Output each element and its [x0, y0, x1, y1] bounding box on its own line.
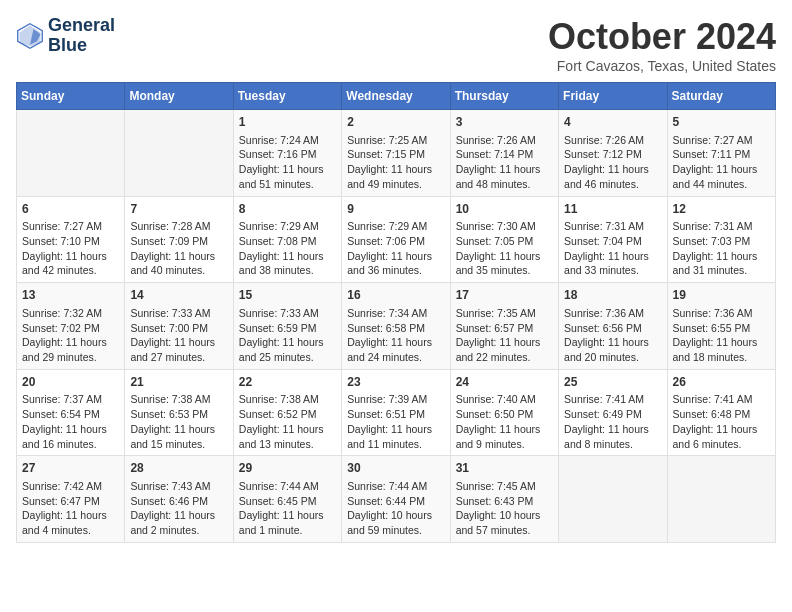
day-number: 20 [22, 374, 119, 391]
header-cell-saturday: Saturday [667, 83, 775, 110]
day-info: Sunrise: 7:29 AM [347, 219, 444, 234]
day-info: Sunset: 6:55 PM [673, 321, 770, 336]
month-title: October 2024 [548, 16, 776, 58]
logo-icon [16, 22, 44, 50]
day-number: 26 [673, 374, 770, 391]
day-cell: 30Sunrise: 7:44 AMSunset: 6:44 PMDayligh… [342, 456, 450, 543]
day-info: Sunset: 7:03 PM [673, 234, 770, 249]
day-info: Daylight: 11 hours and 46 minutes. [564, 162, 661, 191]
day-info: Sunset: 6:51 PM [347, 407, 444, 422]
day-info: Sunrise: 7:45 AM [456, 479, 553, 494]
day-info: Sunset: 6:50 PM [456, 407, 553, 422]
logo: General Blue [16, 16, 115, 56]
day-info: Sunrise: 7:32 AM [22, 306, 119, 321]
day-number: 8 [239, 201, 336, 218]
day-info: Daylight: 11 hours and 42 minutes. [22, 249, 119, 278]
day-number: 15 [239, 287, 336, 304]
day-info: Sunrise: 7:35 AM [456, 306, 553, 321]
day-info: Daylight: 11 hours and 29 minutes. [22, 335, 119, 364]
day-number: 13 [22, 287, 119, 304]
day-info: Sunrise: 7:37 AM [22, 392, 119, 407]
day-cell: 12Sunrise: 7:31 AMSunset: 7:03 PMDayligh… [667, 196, 775, 283]
day-info: Daylight: 11 hours and 15 minutes. [130, 422, 227, 451]
day-info: Sunset: 6:58 PM [347, 321, 444, 336]
day-number: 4 [564, 114, 661, 131]
page-header: General Blue October 2024 Fort Cavazos, … [16, 16, 776, 74]
day-info: Daylight: 11 hours and 36 minutes. [347, 249, 444, 278]
day-cell: 21Sunrise: 7:38 AMSunset: 6:53 PMDayligh… [125, 369, 233, 456]
day-info: Sunrise: 7:40 AM [456, 392, 553, 407]
day-info: Sunrise: 7:34 AM [347, 306, 444, 321]
day-info: Sunset: 7:06 PM [347, 234, 444, 249]
day-info: Sunset: 6:43 PM [456, 494, 553, 509]
week-row-4: 20Sunrise: 7:37 AMSunset: 6:54 PMDayligh… [17, 369, 776, 456]
day-info: Sunrise: 7:31 AM [564, 219, 661, 234]
day-info: Daylight: 11 hours and 22 minutes. [456, 335, 553, 364]
day-info: Sunset: 7:10 PM [22, 234, 119, 249]
day-info: Daylight: 11 hours and 2 minutes. [130, 508, 227, 537]
day-info: Sunrise: 7:25 AM [347, 133, 444, 148]
day-cell: 19Sunrise: 7:36 AMSunset: 6:55 PMDayligh… [667, 283, 775, 370]
header-cell-tuesday: Tuesday [233, 83, 341, 110]
day-info: Daylight: 11 hours and 35 minutes. [456, 249, 553, 278]
week-row-3: 13Sunrise: 7:32 AMSunset: 7:02 PMDayligh… [17, 283, 776, 370]
day-number: 19 [673, 287, 770, 304]
day-cell: 22Sunrise: 7:38 AMSunset: 6:52 PMDayligh… [233, 369, 341, 456]
week-row-2: 6Sunrise: 7:27 AMSunset: 7:10 PMDaylight… [17, 196, 776, 283]
day-info: Sunset: 6:44 PM [347, 494, 444, 509]
day-cell [667, 456, 775, 543]
day-cell: 23Sunrise: 7:39 AMSunset: 6:51 PMDayligh… [342, 369, 450, 456]
day-info: Daylight: 11 hours and 18 minutes. [673, 335, 770, 364]
header-cell-sunday: Sunday [17, 83, 125, 110]
day-info: Sunrise: 7:38 AM [239, 392, 336, 407]
day-info: Daylight: 11 hours and 9 minutes. [456, 422, 553, 451]
day-info: Daylight: 11 hours and 4 minutes. [22, 508, 119, 537]
day-number: 23 [347, 374, 444, 391]
day-info: Sunset: 6:53 PM [130, 407, 227, 422]
title-section: October 2024 Fort Cavazos, Texas, United… [548, 16, 776, 74]
day-info: Sunrise: 7:27 AM [22, 219, 119, 234]
day-number: 9 [347, 201, 444, 218]
day-info: Daylight: 11 hours and 44 minutes. [673, 162, 770, 191]
day-cell: 4Sunrise: 7:26 AMSunset: 7:12 PMDaylight… [559, 110, 667, 197]
day-cell: 14Sunrise: 7:33 AMSunset: 7:00 PMDayligh… [125, 283, 233, 370]
day-info: Sunset: 6:52 PM [239, 407, 336, 422]
day-info: Sunrise: 7:42 AM [22, 479, 119, 494]
day-info: Sunrise: 7:30 AM [456, 219, 553, 234]
day-number: 1 [239, 114, 336, 131]
day-cell: 25Sunrise: 7:41 AMSunset: 6:49 PMDayligh… [559, 369, 667, 456]
header-cell-wednesday: Wednesday [342, 83, 450, 110]
day-info: Sunset: 7:11 PM [673, 147, 770, 162]
day-info: Daylight: 11 hours and 11 minutes. [347, 422, 444, 451]
day-info: Sunset: 6:46 PM [130, 494, 227, 509]
day-cell: 8Sunrise: 7:29 AMSunset: 7:08 PMDaylight… [233, 196, 341, 283]
day-info: Sunrise: 7:24 AM [239, 133, 336, 148]
day-info: Sunrise: 7:33 AM [239, 306, 336, 321]
day-info: Daylight: 11 hours and 40 minutes. [130, 249, 227, 278]
day-cell: 16Sunrise: 7:34 AMSunset: 6:58 PMDayligh… [342, 283, 450, 370]
day-info: Daylight: 11 hours and 6 minutes. [673, 422, 770, 451]
logo-text: General Blue [48, 16, 115, 56]
day-info: Sunrise: 7:44 AM [347, 479, 444, 494]
day-cell: 3Sunrise: 7:26 AMSunset: 7:14 PMDaylight… [450, 110, 558, 197]
day-info: Sunset: 7:15 PM [347, 147, 444, 162]
day-cell: 20Sunrise: 7:37 AMSunset: 6:54 PMDayligh… [17, 369, 125, 456]
day-info: Sunrise: 7:44 AM [239, 479, 336, 494]
day-number: 24 [456, 374, 553, 391]
day-info: Daylight: 11 hours and 1 minute. [239, 508, 336, 537]
day-info: Sunset: 7:05 PM [456, 234, 553, 249]
day-info: Sunrise: 7:36 AM [673, 306, 770, 321]
day-number: 11 [564, 201, 661, 218]
week-row-1: 1Sunrise: 7:24 AMSunset: 7:16 PMDaylight… [17, 110, 776, 197]
day-cell: 29Sunrise: 7:44 AMSunset: 6:45 PMDayligh… [233, 456, 341, 543]
day-info: Daylight: 11 hours and 25 minutes. [239, 335, 336, 364]
header-cell-thursday: Thursday [450, 83, 558, 110]
day-info: Sunrise: 7:33 AM [130, 306, 227, 321]
day-info: Sunset: 7:14 PM [456, 147, 553, 162]
day-info: Daylight: 11 hours and 13 minutes. [239, 422, 336, 451]
location: Fort Cavazos, Texas, United States [548, 58, 776, 74]
header-cell-friday: Friday [559, 83, 667, 110]
day-cell: 10Sunrise: 7:30 AMSunset: 7:05 PMDayligh… [450, 196, 558, 283]
day-info: Sunset: 6:54 PM [22, 407, 119, 422]
day-number: 22 [239, 374, 336, 391]
